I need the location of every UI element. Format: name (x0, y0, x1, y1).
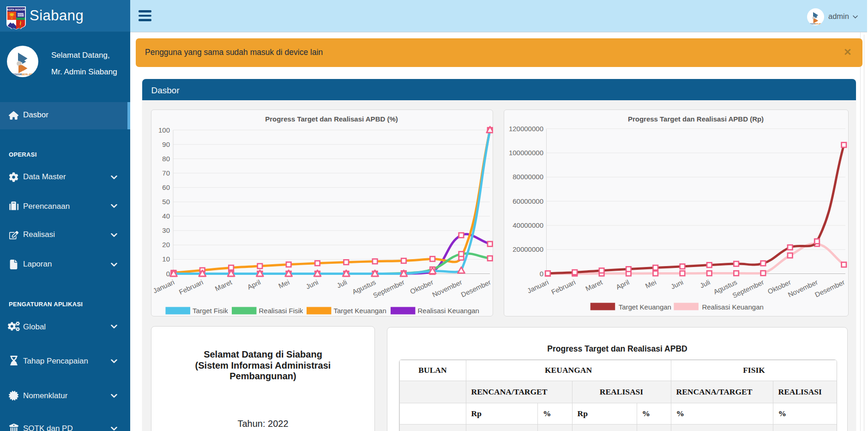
svg-text:40: 40 (162, 212, 170, 220)
svg-text:Juni: Juni (669, 278, 684, 291)
svg-text:Desember: Desember (814, 278, 846, 299)
svg-text:0: 0 (166, 270, 170, 278)
svg-text:20000000: 20000000 (512, 245, 543, 253)
svg-text:Desember: Desember (460, 278, 492, 299)
svg-text:Realisasi Keuangan: Realisasi Keuangan (702, 303, 763, 311)
svg-text:Januari: Januari (526, 278, 550, 295)
svg-text:0: 0 (540, 270, 543, 278)
svg-text:20: 20 (162, 241, 170, 249)
svg-text:70: 70 (162, 169, 170, 177)
svg-text:Target Keuangan: Target Keuangan (619, 303, 671, 311)
svg-text:Mei: Mei (277, 278, 290, 290)
svg-text:Februari: Februari (550, 278, 577, 296)
svg-text:Oktober: Oktober (409, 278, 434, 296)
svg-text:Realisasi Fisik: Realisasi Fisik (259, 307, 303, 315)
svg-text:40000000: 40000000 (512, 221, 543, 229)
svg-text:September: September (372, 278, 406, 299)
svg-text:Juni: Juni (305, 278, 319, 291)
svg-text:November: November (787, 278, 819, 299)
svg-text:Target Keuangan: Target Keuangan (334, 307, 386, 315)
svg-text:30: 30 (162, 226, 170, 234)
svg-text:60000000: 60000000 (512, 197, 543, 205)
svg-text:80: 80 (162, 155, 170, 163)
svg-text:80000000: 80000000 (512, 173, 543, 181)
svg-text:Maret: Maret (214, 278, 234, 292)
svg-text:120000000: 120000000 (509, 125, 543, 133)
svg-text:50: 50 (162, 198, 170, 206)
svg-text:BOGORBERLARI: BOGORBERLARI (12, 73, 33, 76)
svg-text:KOTA BOGOR: KOTA BOGOR (7, 8, 25, 11)
svg-text:November: November (431, 278, 463, 299)
svg-text:Progress Target dan Realisasi: Progress Target dan Realisasi APBD (Rp) (628, 115, 764, 123)
svg-text:Maret: Maret (584, 278, 604, 292)
svg-text:Februari: Februari (178, 278, 205, 296)
svg-text:Juli: Juli (699, 278, 711, 290)
svg-text:April: April (246, 278, 262, 291)
svg-text:90: 90 (162, 140, 170, 148)
svg-text:April: April (615, 278, 630, 291)
svg-text:Realisasi Keuangan: Realisasi Keuangan (418, 307, 479, 315)
svg-text:Target Fisik: Target Fisik (193, 307, 228, 315)
svg-text:100: 100 (158, 126, 170, 134)
svg-text:Progress Target dan Realisasi: Progress Target dan Realisasi APBD (%) (265, 115, 398, 123)
svg-text:Januari: Januari (151, 278, 175, 295)
svg-text:Mei: Mei (644, 278, 657, 290)
svg-text:60: 60 (162, 183, 170, 191)
svg-text:100000000: 100000000 (509, 149, 543, 157)
svg-text:Juli: Juli (335, 278, 348, 290)
svg-text:10: 10 (162, 255, 170, 263)
